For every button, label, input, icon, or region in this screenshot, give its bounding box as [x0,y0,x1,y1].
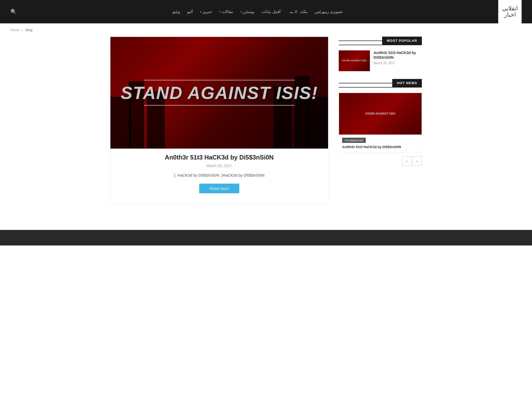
hot-news-thumb-text: STAND AGAINST ISIS! [365,112,396,115]
nav-item-8[interactable]: ویٹیو [172,9,180,14]
nav-item-4[interactable]: پوسٹرز ▾ [240,9,254,14]
nav-item-2[interactable]: مکتبہ الہمہ [288,9,307,14]
nav-item-5[interactable]: مقالات ▾ [219,9,233,14]
popular-item-date: March 29, 2017 [374,61,422,65]
breadcrumb: Home › Blog [0,23,532,37]
popular-thumb[interactable]: STAND AGAINST ISIS! [339,50,370,71]
nav-item-7[interactable]: آٹیو [187,9,193,14]
hot-news-label: HOT NEWS [392,79,422,87]
header: انقلابی اخبار تصویری ریپورٹس مکتبہ الہمہ… [0,0,532,23]
breadcrumb-separator: › [22,28,23,32]
content-area: STAND AGAINST ISIS! An0th3r 51t3 HaCK3d … [110,37,328,204]
hot-news-title[interactable]: An0th3r 51t3 HaCK3d by Di5$3nSi0N [342,145,418,149]
hot-news-body: Uncategorized An0th3r 51t3 HaCK3d by Di5… [339,135,422,152]
sidebar: MOST POPULAR STAND AGAINST ISIS! An0th3r… [339,37,422,166]
footer [0,230,532,245]
dropdown-arrow: ▾ [200,10,201,13]
category-badge[interactable]: Uncategorized [342,138,366,143]
image-bottom-line [144,105,295,106]
pagination: › ‹ [339,156,422,166]
most-popular-header: MOST POPULAR [339,37,422,45]
dropdown-arrow: ▾ [240,10,242,13]
image-main-text: STAND AGAINST ISIS! [121,83,318,103]
hot-news-header: HOT NEWS [339,79,422,88]
logo[interactable]: انقلابی اخبار [498,0,522,23]
header-line [339,41,382,41]
image-text: STAND AGAINST ISIS! [121,80,318,106]
read-more-button[interactable]: Read more [199,184,239,193]
nav-item-3[interactable]: آقیتل بیانات [262,9,281,14]
most-popular-label: MOST POPULAR [382,37,422,45]
hot-news-thumb[interactable]: STAND AGAINST ISIS! [339,93,422,135]
popular-item-title[interactable]: An0th3r 51t3 HaCK3d by Di5$3nSi0N [374,50,422,60]
hot-news-section: HOT NEWS STAND AGAINST ISIS! Uncategoriz… [339,79,422,166]
main-nav: تصویری ریپورٹس مکتبہ الہمہ آقیتل بیانات … [17,9,498,14]
thumb-text: STAND AGAINST ISIS! [342,59,367,62]
search-icon[interactable]: 🔍 [10,9,17,15]
article-card: STAND AGAINST ISIS! An0th3r 51t3 HaCK3d … [110,37,328,204]
breadcrumb-current: Blog [25,28,32,32]
article-excerpt: (: HaCK3d by Di5$3nSi0N :)HaCK3d by Di5$… [118,173,320,177]
popular-item-info: An0th3r 51t3 HaCK3d by Di5$3nSi0N March … [374,50,422,65]
breadcrumb-home[interactable]: Home [10,28,19,32]
pagination-next[interactable]: › [402,156,411,166]
most-popular-section: MOST POPULAR STAND AGAINST ISIS! An0th3r… [339,37,422,71]
article-image: STAND AGAINST ISIS! [110,37,328,149]
image-top-line [144,80,295,81]
hot-news-card: STAND AGAINST ISIS! Uncategorized An0th3… [339,93,422,153]
logo-text: انقلابی اخبار [498,5,522,18]
popular-item: STAND AGAINST ISIS! An0th3r 51t3 HaCK3d … [339,50,422,71]
dropdown-arrow: ▾ [219,10,221,13]
article-date: March 29, 2017 [118,164,320,168]
pagination-prev[interactable]: ‹ [413,156,422,166]
article-info: An0th3r 51t3 HaCK3d by Di5$3nSi0N March … [110,149,328,204]
article-title: An0th3r 51t3 HaCK3d by Di5$3nSi0N [118,154,320,161]
header-line [339,83,392,83]
nav-item-6[interactable]: خبریں ▾ [200,9,212,14]
main-container: STAND AGAINST ISIS! An0th3r 51t3 HaCK3d … [102,37,430,220]
nav-item-1[interactable]: تصویری ریپورٹس [315,9,343,14]
